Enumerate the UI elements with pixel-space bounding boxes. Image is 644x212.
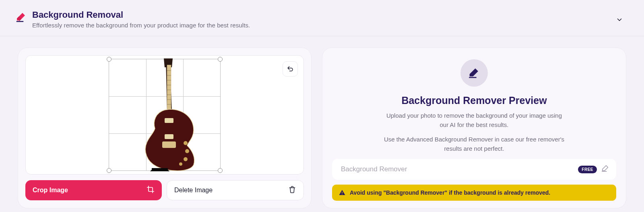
svg-point-16 [184, 157, 188, 161]
product-image [124, 58, 205, 171]
preview-desc-2: Use the Advanced Background Remover in c… [382, 135, 567, 153]
crop-handle-tl[interactable] [107, 57, 111, 62]
svg-rect-0 [17, 21, 24, 22]
crop-handle-bl[interactable] [107, 168, 111, 173]
section-header: Background Removal Effortlessly remove t… [0, 0, 644, 36]
crop-area[interactable] [25, 55, 304, 175]
crop-image-label: Crop Image [33, 187, 68, 194]
svg-rect-22 [342, 194, 343, 195]
page-title: Background Removal [32, 10, 630, 20]
trash-icon [288, 185, 296, 195]
svg-rect-21 [342, 192, 343, 193]
svg-rect-12 [165, 134, 173, 139]
remover-label: Background Remover [341, 165, 578, 173]
svg-rect-1 [167, 65, 171, 110]
eraser-icon [14, 10, 27, 23]
crop-handle-tr[interactable] [218, 57, 223, 62]
svg-point-17 [179, 162, 182, 166]
svg-rect-13 [162, 141, 176, 148]
crop-icon [147, 185, 155, 195]
eraser-circle-icon [460, 59, 488, 87]
page-subtitle: Effortlessly remove the background from … [32, 22, 630, 29]
eraser-outline-icon [601, 164, 610, 175]
background-remover-option[interactable]: Background Remover FREE [332, 159, 616, 180]
warning-text: Avoid using "Background Remover" if the … [350, 189, 550, 196]
svg-rect-11 [165, 118, 173, 123]
delete-image-label: Delete Image [174, 187, 213, 194]
svg-point-14 [184, 141, 188, 145]
preview-title: Background Remover Preview [330, 95, 619, 106]
svg-rect-19 [469, 77, 476, 78]
preview-panel: Background Remover Preview Upload your p… [322, 48, 626, 208]
svg-point-15 [185, 149, 189, 153]
chevron-down-icon[interactable] [616, 16, 623, 25]
warning-icon [339, 189, 346, 196]
crop-panel: Crop Image Delete Image [18, 48, 312, 208]
free-badge: FREE [578, 166, 597, 173]
crop-frame[interactable] [109, 59, 221, 171]
main-content: Crop Image Delete Image Background Remov… [0, 36, 644, 212]
buttons-row: Crop Image Delete Image [25, 180, 304, 200]
preview-desc-1: Upload your photo to remove the backgrou… [382, 111, 567, 129]
warning-banner: Avoid using "Background Remover" if the … [332, 185, 616, 201]
crop-image-button[interactable]: Crop Image [25, 180, 162, 200]
delete-image-button[interactable]: Delete Image [167, 180, 304, 200]
crop-handle-br[interactable] [218, 168, 223, 173]
undo-button[interactable] [283, 61, 298, 77]
